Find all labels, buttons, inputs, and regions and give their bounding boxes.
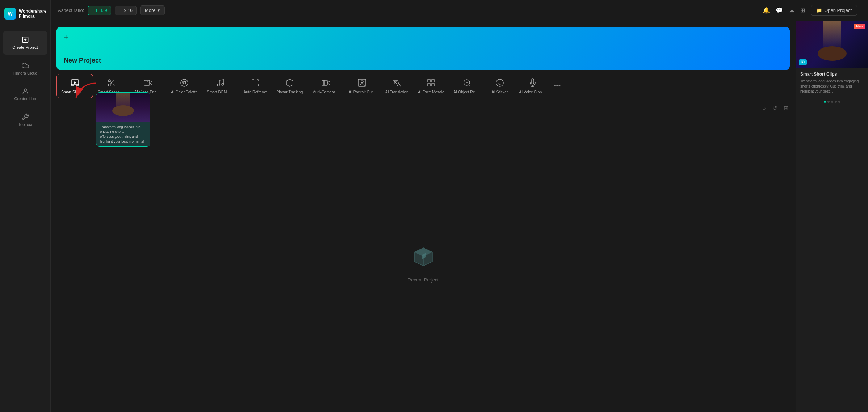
svg-point-18 [185,83,186,84]
logo-icon: W [4,8,16,20]
svg-line-33 [469,85,470,86]
sidebar-label-toolbox: Toolbox [18,122,32,127]
open-project-button[interactable]: 📁 Open Project [811,5,857,16]
svg-point-27 [361,81,363,83]
feature-label-ai-translation: AI Translation [385,90,408,94]
grid-view-button[interactable]: ⊞ [782,103,790,113]
new-project-banner[interactable]: + New Project [56,27,790,70]
ai-color-palette-icon [179,78,189,88]
feature-ai-voice-cloning[interactable]: AI Voice Cloning [514,74,551,98]
svg-rect-13 [144,80,150,85]
svg-rect-29 [432,80,434,82]
aspect-ratio-section: Aspect ratio: 16:9 9:16 More ▾ [58,5,165,15]
grid-icon[interactable]: ⊞ [800,7,805,14]
aspect-16-9-button[interactable]: 16:9 [88,6,111,15]
more-label: More [145,8,156,13]
ai-sticker-icon [495,78,505,88]
rp-dot-2[interactable] [827,101,830,103]
feature-label-ai-face-mosaic: AI Face Mosaic [418,90,444,94]
tooltip-scene-bg [96,93,150,122]
right-panel-info: Smart Short Clips Transform long videos … [796,68,868,98]
planar-tracking-icon [285,78,295,88]
app-name: Wondershare Filmora [19,9,46,19]
ai-video-enhance-icon [143,78,153,88]
feature-ai-object-remove[interactable]: AI Object Rem... [449,74,485,98]
more-button[interactable]: More ▾ [140,5,165,15]
sidebar-label-create-project: Create Project [12,45,38,50]
feature-ai-sticker[interactable]: AI Sticker [485,74,514,98]
ai-translation-icon [392,78,402,88]
feature-planar-tracking[interactable]: Planar Tracking [272,74,307,98]
rp-description: Transform long videos into engaging shor… [800,79,864,94]
more-features-button[interactable]: ••• [551,78,563,93]
sidebar-label-creator-hub: Creator Hub [14,97,36,101]
aspect-9-16-button[interactable]: 9:16 [115,6,137,15]
sidebar-item-filmora-cloud[interactable]: Filmora Cloud [3,57,47,80]
chevron-down-icon: ▾ [158,8,160,13]
feature-toolbar: Smart Short Cli... Smart Scene Cut [51,70,796,102]
feature-multi-camera[interactable]: Multi-Camera ... [307,74,344,98]
tooltip-image [96,93,150,122]
rp-dot-5[interactable] [838,101,840,103]
feature-label-ai-portrait-cut: AI Portrait Cut... [349,90,376,94]
svg-rect-28 [428,80,430,82]
feature-auto-reframe[interactable]: Auto Reframe [239,74,272,98]
auto-reframe-icon [250,78,260,88]
sidebar-item-create-project[interactable]: Create Project [3,31,47,55]
rp-dot-1[interactable] [824,101,826,103]
svg-point-15 [182,82,183,83]
refresh-button[interactable]: ↺ [771,103,779,113]
svg-point-19 [183,83,184,84]
upload-icon[interactable]: ☁ [789,7,794,14]
topbar-icons: 🔔 💬 ☁ ⊞ 📁 Open Project [763,5,861,16]
aspect-16-9-label: 16:9 [98,8,107,13]
rp-dot-3[interactable] [831,101,833,103]
sidebar-item-creator-hub[interactable]: Creator Hub [3,82,47,106]
landscape-icon [92,9,97,12]
smart-scene-cut-icon [106,78,117,88]
rp-title: Smart Short Clips [800,72,864,77]
feature-ai-translation[interactable]: AI Translation [381,74,413,98]
svg-point-3 [24,89,26,91]
portrait-icon [119,8,122,13]
feature-ai-portrait-cut[interactable]: AI Portrait Cut... [344,74,381,98]
right-panel-card: New Smart Short Clips Transform long vid… [796,21,868,106]
new-badge: New [854,24,865,29]
svg-point-16 [184,81,185,82]
search-button[interactable]: ⌕ [761,103,767,113]
svg-point-35 [496,79,503,86]
svg-point-21 [222,83,224,85]
svg-point-20 [217,84,219,86]
empty-state-label: Recent Project [408,277,439,283]
svg-point-7 [108,80,110,82]
right-panel-image: New [796,21,868,68]
feature-smart-bgm-generate[interactable]: Smart BGM Ge... [202,74,239,98]
notification-icon[interactable]: 🔔 [763,7,770,14]
tooltip-table [112,105,134,116]
feature-label-ai-object-remove: AI Object Rem... [453,90,481,94]
folder-icon: 📁 [816,8,822,13]
svg-point-14 [181,79,188,86]
aspect-9-16-label: 9:16 [124,8,133,13]
svg-rect-31 [428,84,430,86]
feature-label-ai-voice-cloning: AI Voice Cloning [519,90,546,94]
sidebar-item-toolbox[interactable]: Toolbox [3,108,47,132]
feature-label-ai-color-palette: AI Color Palette [171,90,198,94]
feature-ai-face-mosaic[interactable]: AI Face Mosaic [413,74,449,98]
svg-point-17 [185,82,186,83]
empty-state-icon [409,242,438,271]
rp-dot-4[interactable] [835,101,837,103]
chat-icon[interactable]: 💬 [776,7,783,14]
feature-tooltip: Transform long videos into engaging shor… [96,92,150,147]
feature-label-multi-camera: Multi-Camera ... [312,90,339,94]
rp-light-effect [823,21,841,50]
feature-ai-color-palette[interactable]: AI Color Palette [166,74,202,98]
rp-feature-icon [799,59,807,65]
svg-rect-30 [432,84,434,86]
open-project-label: Open Project [824,8,852,13]
main-content: Aspect ratio: 16:9 9:16 More ▾ 🔔 💬 ☁ ⊞ 📁… [51,0,868,412]
svg-marker-22 [327,81,330,85]
recent-projects-area: Recent Project [51,113,796,412]
feature-label-ai-sticker: AI Sticker [492,90,508,94]
arrow-indicator [71,81,100,105]
